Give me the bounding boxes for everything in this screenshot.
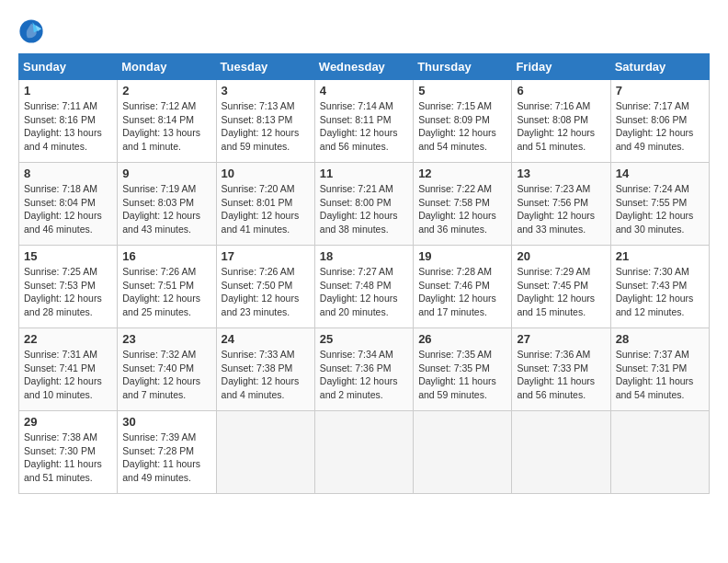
day-number: 30 xyxy=(122,415,210,429)
daylight-text: Daylight: 12 hours and 43 minutes. xyxy=(122,210,200,235)
sunrise-text: Sunrise: 7:19 AM xyxy=(122,183,196,194)
daylight-text: Daylight: 11 hours and 49 minutes. xyxy=(122,458,200,483)
sunrise-text: Sunrise: 7:39 AM xyxy=(122,431,196,442)
calendar-cell: 19 Sunrise: 7:28 AM Sunset: 7:46 PM Dayl… xyxy=(414,246,512,328)
sunset-text: Sunset: 7:40 PM xyxy=(122,362,194,373)
column-header-friday: Friday xyxy=(512,54,610,80)
calendar-row-0: 1 Sunrise: 7:11 AM Sunset: 8:16 PM Dayli… xyxy=(19,80,710,163)
sunrise-text: Sunrise: 7:26 AM xyxy=(222,266,295,277)
daylight-text: Daylight: 12 hours and 10 minutes. xyxy=(24,375,102,400)
calendar-cell: 15 Sunrise: 7:25 AM Sunset: 7:53 PM Dayl… xyxy=(19,246,118,328)
sunset-text: Sunset: 7:38 PM xyxy=(222,362,293,373)
daylight-text: Daylight: 12 hours and 17 minutes. xyxy=(418,293,496,317)
daylight-text: Daylight: 12 hours and 54 minutes. xyxy=(418,127,496,152)
day-number: 16 xyxy=(122,249,210,263)
sunset-text: Sunset: 7:48 PM xyxy=(320,280,392,291)
sunrise-text: Sunrise: 7:32 AM xyxy=(122,349,196,360)
day-number: 13 xyxy=(517,167,605,180)
daylight-text: Daylight: 12 hours and 41 minutes. xyxy=(222,210,300,235)
column-header-wednesday: Wednesday xyxy=(314,54,413,80)
day-number: 29 xyxy=(24,415,112,429)
day-number: 21 xyxy=(616,249,704,263)
day-number: 15 xyxy=(24,249,112,263)
calendar-cell: 24 Sunrise: 7:33 AM Sunset: 7:38 PM Dayl… xyxy=(216,328,314,411)
daylight-text: Daylight: 12 hours and 7 minutes. xyxy=(122,375,200,400)
calendar-cell xyxy=(314,411,413,494)
sunset-text: Sunset: 7:53 PM xyxy=(24,280,96,291)
daylight-text: Daylight: 12 hours and 28 minutes. xyxy=(24,293,102,317)
sunrise-text: Sunrise: 7:26 AM xyxy=(122,266,196,277)
day-info: Sunrise: 7:18 AM Sunset: 8:04 PM Dayligh… xyxy=(24,182,112,236)
day-info: Sunrise: 7:25 AM Sunset: 7:53 PM Dayligh… xyxy=(24,265,112,319)
day-number: 7 xyxy=(616,84,704,98)
calendar-row-4: 29 Sunrise: 7:38 AM Sunset: 7:30 PM Dayl… xyxy=(19,411,710,494)
logo xyxy=(18,18,48,44)
sunrise-text: Sunrise: 7:27 AM xyxy=(320,266,393,277)
day-info: Sunrise: 7:13 AM Sunset: 8:13 PM Dayligh… xyxy=(222,99,310,154)
day-info: Sunrise: 7:31 AM Sunset: 7:41 PM Dayligh… xyxy=(24,348,112,402)
day-info: Sunrise: 7:21 AM Sunset: 8:00 PM Dayligh… xyxy=(320,182,408,236)
day-number: 3 xyxy=(222,84,310,98)
sunset-text: Sunset: 8:09 PM xyxy=(418,114,490,125)
day-info: Sunrise: 7:16 AM Sunset: 8:08 PM Dayligh… xyxy=(517,99,605,154)
sunset-text: Sunset: 8:03 PM xyxy=(122,197,194,208)
day-number: 11 xyxy=(320,167,408,180)
sunset-text: Sunset: 8:14 PM xyxy=(122,114,194,125)
sunrise-text: Sunrise: 7:30 AM xyxy=(616,266,689,277)
sunrise-text: Sunrise: 7:37 AM xyxy=(616,349,689,360)
daylight-text: Daylight: 12 hours and 15 minutes. xyxy=(517,293,595,317)
day-number: 23 xyxy=(122,332,210,346)
column-header-saturday: Saturday xyxy=(610,54,709,80)
day-info: Sunrise: 7:35 AM Sunset: 7:35 PM Dayligh… xyxy=(418,348,506,402)
day-info: Sunrise: 7:24 AM Sunset: 7:55 PM Dayligh… xyxy=(616,182,704,236)
daylight-text: Daylight: 12 hours and 33 minutes. xyxy=(517,210,595,235)
calendar-cell: 14 Sunrise: 7:24 AM Sunset: 7:55 PM Dayl… xyxy=(610,163,709,246)
calendar-row-1: 8 Sunrise: 7:18 AM Sunset: 8:04 PM Dayli… xyxy=(19,163,710,246)
sunrise-text: Sunrise: 7:29 AM xyxy=(517,266,590,277)
sunrise-text: Sunrise: 7:35 AM xyxy=(418,349,492,360)
daylight-text: Daylight: 12 hours and 38 minutes. xyxy=(320,210,398,235)
sunrise-text: Sunrise: 7:38 AM xyxy=(24,431,97,442)
day-number: 28 xyxy=(616,332,704,346)
daylight-text: Daylight: 12 hours and 56 minutes. xyxy=(320,127,398,152)
sunrise-text: Sunrise: 7:18 AM xyxy=(24,183,97,194)
calendar-cell: 17 Sunrise: 7:26 AM Sunset: 7:50 PM Dayl… xyxy=(216,246,314,328)
sunset-text: Sunset: 7:56 PM xyxy=(517,197,588,208)
day-number: 24 xyxy=(222,332,310,346)
day-number: 6 xyxy=(517,84,605,98)
day-number: 20 xyxy=(517,249,605,263)
day-number: 27 xyxy=(517,332,605,346)
calendar-cell: 16 Sunrise: 7:26 AM Sunset: 7:51 PM Dayl… xyxy=(118,246,216,328)
day-info: Sunrise: 7:19 AM Sunset: 8:03 PM Dayligh… xyxy=(122,182,210,236)
day-number: 19 xyxy=(418,249,506,263)
calendar-cell: 22 Sunrise: 7:31 AM Sunset: 7:41 PM Dayl… xyxy=(19,328,118,411)
daylight-text: Daylight: 12 hours and 25 minutes. xyxy=(122,293,200,317)
day-number: 26 xyxy=(418,332,506,346)
sunrise-text: Sunrise: 7:25 AM xyxy=(24,266,97,277)
daylight-text: Daylight: 12 hours and 46 minutes. xyxy=(24,210,102,235)
sunset-text: Sunset: 7:45 PM xyxy=(517,280,588,291)
daylight-text: Daylight: 11 hours and 51 minutes. xyxy=(24,458,102,483)
day-info: Sunrise: 7:36 AM Sunset: 7:33 PM Dayligh… xyxy=(517,348,605,402)
calendar-cell xyxy=(610,411,709,494)
daylight-text: Daylight: 12 hours and 20 minutes. xyxy=(320,293,398,317)
day-info: Sunrise: 7:27 AM Sunset: 7:48 PM Dayligh… xyxy=(320,265,408,319)
day-info: Sunrise: 7:14 AM Sunset: 8:11 PM Dayligh… xyxy=(320,99,408,154)
sunset-text: Sunset: 8:01 PM xyxy=(222,197,293,208)
day-info: Sunrise: 7:23 AM Sunset: 7:56 PM Dayligh… xyxy=(517,182,605,236)
sunset-text: Sunset: 7:46 PM xyxy=(418,280,490,291)
day-info: Sunrise: 7:12 AM Sunset: 8:14 PM Dayligh… xyxy=(122,99,210,154)
calendar-cell: 13 Sunrise: 7:23 AM Sunset: 7:56 PM Dayl… xyxy=(512,163,610,246)
calendar-row-3: 22 Sunrise: 7:31 AM Sunset: 7:41 PM Dayl… xyxy=(19,328,710,411)
sunset-text: Sunset: 8:06 PM xyxy=(616,114,688,125)
sunrise-text: Sunrise: 7:22 AM xyxy=(418,183,492,194)
calendar-cell: 20 Sunrise: 7:29 AM Sunset: 7:45 PM Dayl… xyxy=(512,246,610,328)
calendar-cell: 4 Sunrise: 7:14 AM Sunset: 8:11 PM Dayli… xyxy=(314,80,413,163)
calendar-cell: 30 Sunrise: 7:39 AM Sunset: 7:28 PM Dayl… xyxy=(118,411,216,494)
sunset-text: Sunset: 7:31 PM xyxy=(616,362,688,373)
day-number: 5 xyxy=(418,84,506,98)
daylight-text: Daylight: 13 hours and 4 minutes. xyxy=(24,127,102,152)
column-header-monday: Monday xyxy=(118,54,216,80)
day-number: 10 xyxy=(222,167,310,180)
sunset-text: Sunset: 7:41 PM xyxy=(24,362,96,373)
